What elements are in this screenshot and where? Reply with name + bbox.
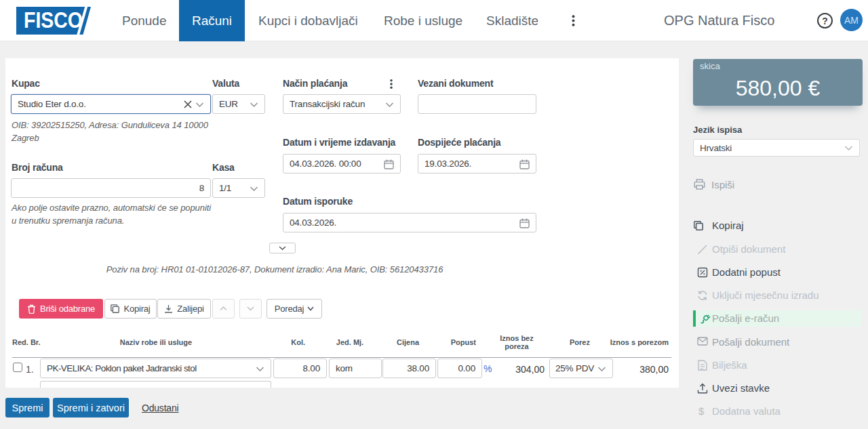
svg-text:FISCO: FISCO xyxy=(24,7,83,33)
